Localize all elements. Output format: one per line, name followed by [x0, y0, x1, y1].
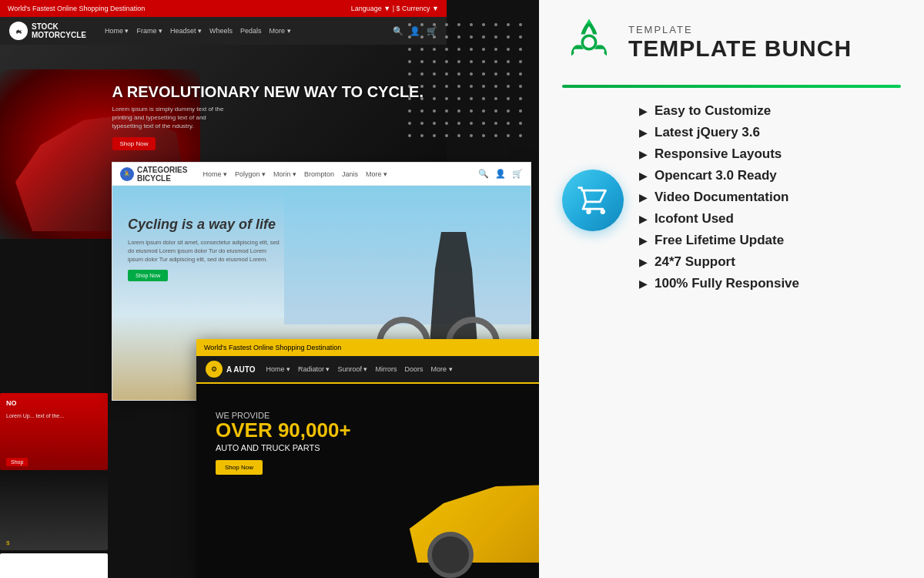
moto-nav-more[interactable]: More ▾: [270, 27, 291, 35]
moto-nav-links: Home ▾ Frame ▾ Headset ▾ Wheels Pedals M…: [105, 27, 291, 35]
dot-2: [433, 23, 436, 26]
dot-79: [519, 109, 522, 113]
dot-6: [482, 23, 485, 26]
bike-nav-home[interactable]: Home ▾: [203, 170, 227, 178]
auto-nav-links: Home ▾ Radiator ▾ Sunroof ▾ Mirrors Door…: [266, 365, 452, 373]
moto-hero-text: A REVOLUTIONARY NEW WAY TO CYCLE. Lorem …: [112, 83, 424, 150]
dot-77: [494, 109, 497, 113]
dot-43: [445, 72, 448, 76]
dot-87: [494, 122, 497, 125]
auto-nav-mirrors[interactable]: Mirrors: [376, 365, 397, 373]
moto-topbar-left: World's Fastest Online Shopping Destinat…: [8, 5, 145, 12]
dot-89: [519, 122, 522, 125]
moto-shop-now-button[interactable]: Shop Now: [112, 137, 156, 150]
dot-48: [507, 72, 510, 76]
dot-0: [408, 23, 411, 26]
moto-topbar: World's Fastest Online Shopping Destinat…: [0, 0, 447, 17]
dot-15: [470, 35, 473, 39]
dot-24: [457, 48, 460, 51]
bike-nav-more[interactable]: More ▾: [366, 170, 387, 178]
bike-nav-morin[interactable]: Morin ▾: [273, 170, 296, 178]
feature-text-jquery: Latest jQuery 3.6: [654, 125, 760, 140]
thumb-white-item: ⚙: [0, 553, 108, 578]
bike-nav-brompton[interactable]: Brompton: [304, 170, 334, 178]
dot-18: [507, 35, 510, 39]
dot-66: [482, 97, 485, 100]
auto-nav: ⚙ A AUTO Home ▾ Radiator ▾ Sunroof ▾ Mir…: [196, 356, 539, 384]
dot-5: [470, 23, 473, 26]
moto-nav-home[interactable]: Home ▾: [105, 27, 129, 35]
dot-42: [433, 72, 436, 76]
feature-item-video-docs: ▶Video Documentation: [639, 190, 901, 205]
feature-arrow-video-docs: ▶: [639, 192, 647, 203]
dot-38: [507, 60, 510, 63]
moto-nav-pedals[interactable]: Pedals: [240, 27, 262, 35]
dot-68: [507, 97, 510, 100]
dot-75: [470, 109, 473, 113]
dot-95: [470, 134, 473, 137]
feature-text-icofont: Icofont Used: [654, 211, 734, 227]
dot-84: [457, 122, 460, 125]
dot-93: [445, 134, 448, 137]
dot-51: [420, 85, 424, 88]
bike-shop-now-button[interactable]: Shop Now: [128, 270, 168, 281]
moto-nav-headset[interactable]: Headset ▾: [170, 27, 202, 35]
dot-39: [519, 60, 522, 63]
moto-nav-frame[interactable]: Frame ▾: [136, 27, 162, 35]
dot-14: [457, 35, 460, 39]
dot-58: [507, 85, 510, 88]
dot-96: [482, 134, 485, 137]
bike-nav-janis[interactable]: Janis: [342, 170, 358, 178]
auto-nav-doors[interactable]: Doors: [405, 365, 424, 373]
dot-25: [470, 48, 473, 51]
dots-decoration: [408, 23, 531, 177]
dot-10: [408, 35, 411, 39]
bike-hero-text: Cycling is a way of life Lorem ipsum dol…: [128, 217, 282, 281]
bike-nav-polygon[interactable]: Polygon ▾: [235, 170, 266, 178]
bike-hero-title: Cycling is a way of life: [128, 217, 282, 234]
dot-63: [445, 97, 448, 100]
feature-text-opencart: Opencart 3.0 Ready: [654, 168, 777, 183]
auto-hero-sub2: AUTO AND TRUCK PARTS: [216, 443, 351, 452]
dot-81: [420, 122, 424, 125]
features-section: ▶Easy to Customize▶Latest jQuery 3.6▶Res…: [562, 103, 901, 297]
bike-logo: 🚴 CATEGORIESBICYCLE: [120, 166, 187, 183]
feature-arrow-jquery: ▶: [639, 127, 647, 139]
feature-arrow-support: ▶: [639, 257, 647, 268]
dot-65: [470, 97, 473, 100]
bike-user-icon[interactable]: 👤: [495, 169, 506, 179]
dot-8: [507, 23, 510, 26]
auto-nav-home[interactable]: Home ▾: [266, 365, 290, 373]
dot-45: [470, 72, 473, 76]
dot-52: [433, 85, 436, 88]
feature-text-easy-customize: Easy to Customize: [654, 103, 771, 119]
feature-arrow-easy-customize: ▶: [639, 106, 647, 117]
dot-4: [457, 23, 460, 26]
feature-item-support: ▶24*7 Support: [639, 254, 901, 270]
right-panel: template TEMPLATE BUNCH ▶Easy to Customi…: [539, 0, 924, 578]
moto-nav-wheels[interactable]: Wheels: [209, 27, 233, 35]
feature-text-responsive: Responsive Layouts: [654, 146, 782, 162]
auto-topbar: World's Fastest Online Shopping Destinat…: [196, 339, 539, 356]
bike-search-icon[interactable]: 🔍: [478, 169, 489, 179]
auto-nav-more[interactable]: More ▾: [431, 365, 453, 373]
bike-topbar: 🚴 CATEGORIESBICYCLE Home ▾ Polygon ▾ Mor…: [112, 163, 531, 186]
dot-61: [420, 97, 424, 100]
feature-item-easy-customize: ▶Easy to Customize: [639, 103, 901, 119]
auto-shop-now-button[interactable]: Shop Now: [216, 460, 263, 475]
dot-54: [457, 85, 460, 88]
dot-88: [507, 122, 510, 125]
auto-logo-text: A AUTO: [226, 365, 255, 374]
feature-arrow-fully-responsive: ▶: [639, 278, 647, 290]
feature-item-fully-responsive: ▶100% Fully Responsive: [639, 276, 901, 291]
dot-55: [470, 85, 473, 88]
auto-nav-sunroof[interactable]: Sunroof ▾: [337, 365, 367, 373]
brand-sub: template: [628, 24, 852, 35]
auto-nav-radiator[interactable]: Radiator ▾: [298, 365, 330, 373]
search-icon[interactable]: 🔍: [393, 26, 403, 36]
car-wheel-left: [427, 532, 474, 578]
feature-arrow-responsive: ▶: [639, 149, 647, 160]
bike-cart-icon[interactable]: 🛒: [512, 169, 523, 179]
features-list: ▶Easy to Customize▶Latest jQuery 3.6▶Res…: [639, 103, 901, 297]
dot-30: [408, 60, 411, 63]
